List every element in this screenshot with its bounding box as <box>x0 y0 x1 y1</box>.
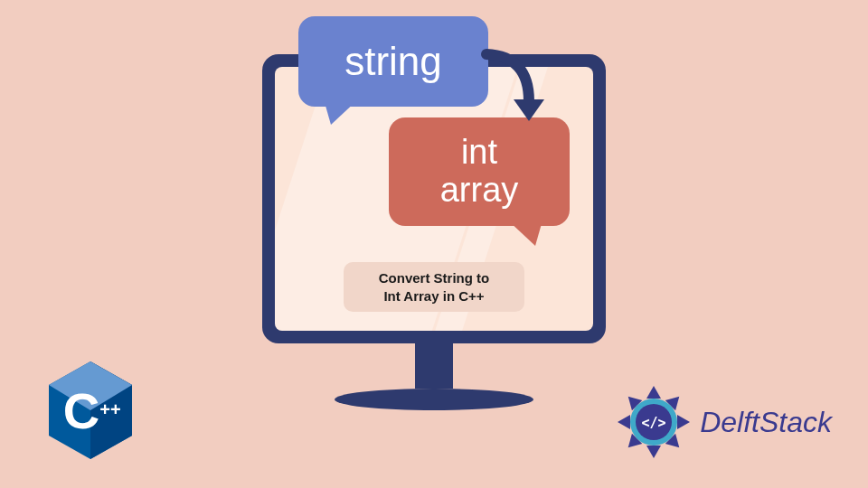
svg-marker-7 <box>618 415 630 429</box>
svg-text:C: C <box>63 382 99 439</box>
arrow-icon <box>479 47 552 128</box>
svg-text:++: ++ <box>99 399 120 419</box>
bubble-blue-text: string <box>344 39 442 84</box>
speech-bubble-string: string <box>298 16 488 107</box>
caption-line2: Int Array in C++ <box>354 287 514 305</box>
svg-marker-5 <box>646 386 661 399</box>
caption-line1: Convert String to <box>354 269 514 287</box>
cpp-logo-icon: C ++ <box>45 360 136 461</box>
delftstack-brand: </> DelftStack <box>615 383 832 461</box>
caption-box: Convert String to Int Array in C++ <box>344 262 524 312</box>
bubble-red-line2: array <box>440 172 519 210</box>
monitor-stand-base <box>335 389 533 410</box>
svg-marker-6 <box>646 446 661 458</box>
delftstack-text: DelftStack <box>700 406 832 439</box>
speech-bubble-int-array: int array <box>389 117 570 226</box>
delftstack-gear-icon: </> <box>615 383 693 461</box>
monitor-stand-neck <box>415 343 453 389</box>
bubble-red-line1: int <box>461 134 497 172</box>
svg-text:</>: </> <box>642 415 666 431</box>
monitor-illustration <box>262 54 606 434</box>
svg-marker-8 <box>677 415 690 429</box>
